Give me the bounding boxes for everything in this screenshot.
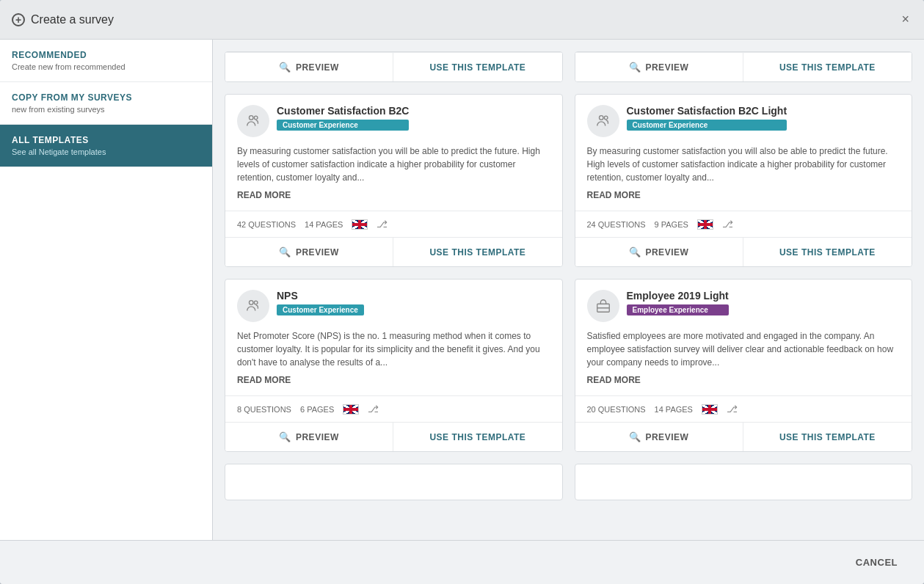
preview-btn-employee[interactable]: 🔍 PREVIEW [575, 423, 743, 451]
people-icon [245, 113, 261, 129]
card-icon-csat-b2c [237, 105, 269, 137]
svg-point-4 [250, 301, 254, 305]
read-more-csat-b2c[interactable]: READ MORE [237, 190, 550, 200]
partial-preview-btn-left[interactable]: 🔍 PREVIEW [225, 53, 393, 81]
close-icon[interactable]: × [898, 9, 912, 30]
sidebar-item-all-templates[interactable]: ALL TEMPLATES See all Netigate templates [0, 125, 212, 167]
briefcase-icon [595, 298, 611, 314]
cancel-button[interactable]: CANCEL [844, 551, 909, 574]
card-header-csat-b2c-light: Customer Satisfaction B2C Light Customer… [587, 105, 901, 137]
card-title-area-employee: Employee 2019 Light Employee Experience [627, 290, 729, 315]
card-top-nps: NPS Customer Experience Net Promoter Sco… [225, 280, 562, 395]
sidebar-copy-subtitle: new from existing surveys [12, 105, 200, 114]
partial-preview-btn-right[interactable]: 🔍 PREVIEW [575, 53, 743, 81]
preview-btn-nps[interactable]: 🔍 PREVIEW [225, 423, 393, 451]
sidebar-recommended-subtitle: Create new from recommended [12, 62, 200, 71]
card-nps: NPS Customer Experience Net Promoter Sco… [225, 279, 563, 452]
card-top-csat-b2c-light: Customer Satisfaction B2C Light Customer… [575, 95, 912, 211]
card-title-nps: NPS [277, 290, 364, 302]
modal-body: RECOMMENDED Create new from recommended … [0, 40, 924, 540]
partial-card-right: 🔍 PREVIEW USE THIS TEMPLATE [575, 51, 913, 82]
card-header-employee: Employee 2019 Light Employee Experience [587, 290, 901, 322]
card-desc-csat-b2c: By measuring customer satisfaction you w… [237, 145, 550, 184]
preview-icon-employee: 🔍 [629, 431, 641, 442]
card-icon-employee [587, 290, 619, 322]
use-template-btn-csat-b2c[interactable]: USE THIS TEMPLATE [393, 238, 561, 266]
modal-footer: CANCEL [0, 540, 924, 584]
card-meta-employee: 20 QUESTIONS 14 PAGES ⎇ [575, 395, 912, 422]
use-template-btn-employee[interactable]: USE THIS TEMPLATE [743, 423, 912, 451]
preview-btn-csat-b2c-light[interactable]: 🔍 PREVIEW [575, 238, 743, 266]
preview-icon-nps: 🔍 [279, 431, 291, 442]
bottom-partial-card-right [575, 464, 913, 500]
use-template-btn-csat-b2c-light[interactable]: USE THIS TEMPLATE [743, 238, 912, 266]
card-title-area-csat-b2c-light: Customer Satisfaction B2C Light Customer… [627, 105, 787, 131]
card-icon-csat-b2c-light [587, 105, 619, 137]
content-area: 🔍 PREVIEW USE THIS TEMPLATE 🔍 PREVIEW [213, 40, 924, 540]
card-actions-employee: 🔍 PREVIEW USE THIS TEMPLATE [575, 422, 912, 451]
svg-point-0 [250, 116, 254, 120]
bottom-partial-card-left [225, 464, 563, 500]
bottom-partial-cards [225, 464, 912, 500]
flag-employee [702, 404, 718, 415]
card-icon-nps [237, 290, 269, 322]
card-title-csat-b2c: Customer Satisfaction B2C [277, 105, 409, 117]
uk-flag-csat-b2c-light [697, 219, 713, 230]
badge-csat-b2c-light: Customer Experience [627, 120, 787, 131]
card-title-csat-b2c-light: Customer Satisfaction B2C Light [627, 105, 787, 117]
card-csat-b2c: Customer Satisfaction B2C Customer Exper… [225, 94, 563, 267]
cards-grid: Customer Satisfaction B2C Customer Exper… [225, 94, 912, 452]
card-actions-csat-b2c-light: 🔍 PREVIEW USE THIS TEMPLATE [575, 237, 912, 266]
header-left: + Create a survey [12, 13, 114, 26]
card-desc-nps: Net Promoter Score (NPS) is the no. 1 me… [237, 329, 550, 369]
partial-use-template-btn-left[interactable]: USE THIS TEMPLATE [393, 53, 561, 81]
badge-csat-b2c: Customer Experience [277, 120, 409, 131]
sidebar-item-recommended[interactable]: RECOMMENDED Create new from recommended [0, 40, 212, 82]
preview-btn-csat-b2c[interactable]: 🔍 PREVIEW [225, 238, 393, 266]
pages-employee: 14 PAGES [655, 405, 693, 414]
partial-actions-right: 🔍 PREVIEW USE THIS TEMPLATE [575, 52, 912, 81]
badge-nps: Customer Experience [277, 304, 364, 315]
flag-csat-b2c-light [697, 219, 713, 230]
uk-flag-csat-b2c [352, 219, 368, 230]
card-title-employee: Employee 2019 Light [627, 290, 729, 302]
badge-employee: Employee Experience [627, 304, 729, 315]
branch-icon-csat-b2c: ⎇ [376, 219, 388, 230]
modal-title: Create a survey [31, 13, 114, 26]
card-desc-csat-b2c-light: By measuring customer satisfaction you w… [587, 145, 901, 184]
read-more-csat-b2c-light[interactable]: READ MORE [587, 190, 901, 200]
sidebar-recommended-title: RECOMMENDED [12, 50, 200, 60]
card-csat-b2c-light: Customer Satisfaction B2C Light Customer… [575, 94, 913, 267]
branch-icon-csat-b2c-light: ⎇ [722, 219, 733, 230]
questions-csat-b2c-light: 24 QUESTIONS [587, 220, 646, 229]
questions-nps: 8 QUESTIONS [237, 405, 291, 414]
questions-csat-b2c: 42 QUESTIONS [237, 220, 296, 229]
card-header-csat-b2c: Customer Satisfaction B2C Customer Exper… [237, 105, 550, 137]
uk-flag-employee [702, 404, 718, 415]
card-employee-2019-light: Employee 2019 Light Employee Experience … [575, 279, 913, 452]
sidebar-item-copy[interactable]: COPY FROM MY SURVEYS new from existing s… [0, 82, 212, 125]
sidebar-copy-title: COPY FROM MY SURVEYS [12, 92, 200, 103]
modal-header: + Create a survey × [0, 0, 924, 40]
card-header-nps: NPS Customer Experience [237, 290, 550, 322]
preview-icon: 🔍 [279, 62, 291, 73]
branch-icon-nps: ⎇ [368, 404, 379, 415]
sidebar-all-title: ALL TEMPLATES [12, 135, 200, 145]
sidebar-all-subtitle: See all Netigate templates [12, 147, 200, 156]
svg-point-5 [254, 301, 258, 304]
svg-point-2 [599, 116, 603, 120]
svg-point-1 [254, 116, 258, 120]
card-meta-nps: 8 QUESTIONS 6 PAGES ⎇ [225, 395, 562, 422]
create-survey-modal: + Create a survey × RECOMMENDED Create n… [0, 0, 924, 584]
use-template-btn-nps[interactable]: USE THIS TEMPLATE [393, 423, 561, 451]
card-top-csat-b2c: Customer Satisfaction B2C Customer Exper… [225, 95, 562, 211]
card-title-area-csat-b2c: Customer Satisfaction B2C Customer Exper… [277, 105, 409, 131]
questions-employee: 20 QUESTIONS [587, 405, 646, 414]
read-more-employee[interactable]: READ MORE [587, 375, 901, 385]
preview-icon-csat-b2c-light: 🔍 [629, 247, 641, 258]
pages-csat-b2c: 14 PAGES [305, 220, 343, 229]
partial-use-template-btn-right[interactable]: USE THIS TEMPLATE [743, 53, 912, 81]
read-more-nps[interactable]: READ MORE [237, 375, 550, 385]
flag-csat-b2c [352, 219, 368, 230]
card-actions-csat-b2c: 🔍 PREVIEW USE THIS TEMPLATE [225, 237, 562, 266]
